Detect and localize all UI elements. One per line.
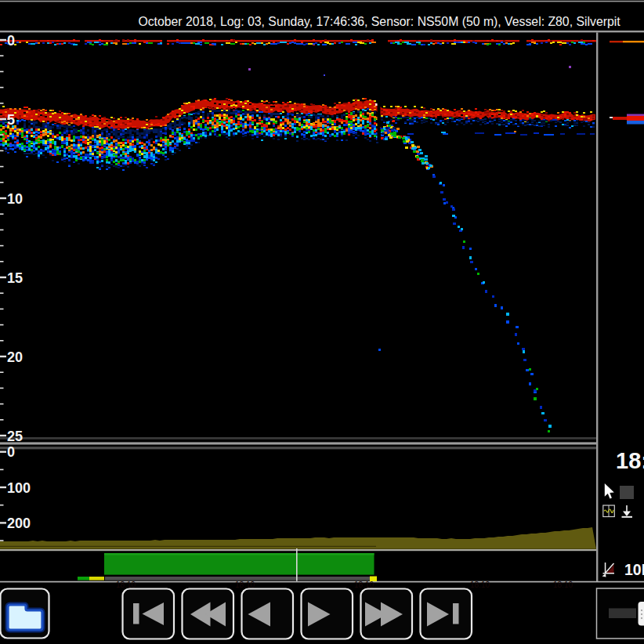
svg-text:18:10: 18:10: [470, 581, 490, 589]
svg-text:100: 100: [7, 480, 31, 496]
svg-text:15: 15: [7, 270, 23, 286]
svg-text:20: 20: [7, 349, 23, 365]
svg-text:200: 200: [7, 516, 31, 531]
svg-text:0: 0: [7, 33, 15, 49]
svg-text:18:10: 18:10: [354, 581, 374, 589]
svg-text:25: 25: [7, 429, 23, 444]
svg-text:10L: 10L: [624, 561, 644, 578]
svg-text:10: 10: [7, 191, 23, 207]
svg-text:5: 5: [7, 112, 15, 128]
svg-text:0: 0: [7, 444, 15, 460]
svg-text:18:: 18:: [616, 448, 644, 473]
svg-text:18:10: 18:10: [553, 581, 573, 589]
svg-text:18:10: 18:10: [235, 581, 255, 589]
svg-text:18:10: 18:10: [116, 581, 136, 589]
svg-text:October 2018, Log: 03, Sunday,: October 2018, Log: 03, Sunday, 17:46:36,…: [138, 15, 620, 28]
